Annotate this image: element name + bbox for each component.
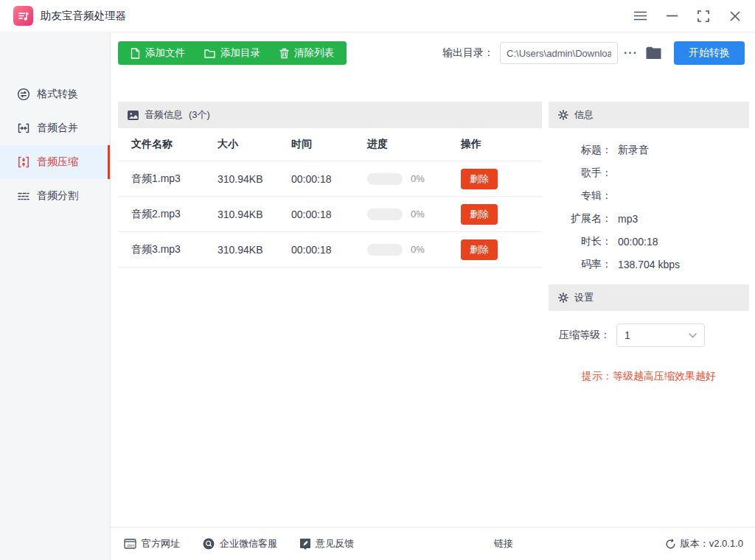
info-field-duration: 时长： 00:00:18 xyxy=(549,230,749,253)
compress-tip-text: 提示：等级越高压缩效果越好 xyxy=(549,370,749,383)
app-window: 助友宝音频处理器 格式转换 xyxy=(0,0,755,560)
browse-more-button[interactable]: ··· xyxy=(624,46,638,60)
maximize-icon[interactable] xyxy=(697,10,710,23)
footer: .com 官方网址 企业微信客服 意见反馈 链接 xyxy=(111,527,755,560)
compress-level-row: 压缩等级： 1 xyxy=(549,323,749,347)
col-header-progress: 进度 xyxy=(367,138,461,151)
table-row: 音频1.mp3 310.94KB 00:00:18 0% 删除 xyxy=(118,161,542,197)
progress-percent: 0% xyxy=(411,244,425,255)
compress-level-value: 1 xyxy=(624,329,630,341)
table-row: 音频3.mp3 310.94KB 00:00:18 0% 删除 xyxy=(118,232,542,267)
sidebar-item-label: 格式转换 xyxy=(37,88,78,101)
info-field-artist: 歌手： xyxy=(549,161,749,184)
settings-section-title: 设置 xyxy=(574,291,594,304)
sidebar-item-audio-compress[interactable]: 音频压缩 xyxy=(0,145,110,179)
link-text[interactable]: 链接 xyxy=(494,537,513,550)
sidebar-item-audio-merge[interactable]: 音频合并 xyxy=(0,111,110,145)
wechat-support-link[interactable]: 企业微信客服 xyxy=(203,537,277,550)
sidebar-item-label: 音频压缩 xyxy=(37,155,78,169)
col-header-time: 时间 xyxy=(291,138,367,151)
svg-text:.com: .com xyxy=(126,543,134,547)
cell-file-size: 310.94KB xyxy=(218,173,291,185)
chevron-down-icon xyxy=(689,333,697,338)
output-directory-group: 输出目录： ··· 开始转换 xyxy=(442,41,745,65)
music-note-icon xyxy=(17,10,29,22)
open-folder-icon[interactable] xyxy=(645,46,662,60)
sidebar: 格式转换 音频合并 音频压缩 xyxy=(0,32,111,560)
gear-icon xyxy=(558,293,568,303)
cell-progress: 0% xyxy=(367,209,461,220)
info-field-bitrate: 码率： 138.704 kbps xyxy=(549,253,749,276)
feedback-icon xyxy=(300,539,310,550)
window-controls xyxy=(633,10,742,23)
output-directory-label: 输出目录： xyxy=(442,46,494,60)
info-section-header: 信息 xyxy=(549,102,749,128)
progress-bar xyxy=(367,173,403,185)
feedback-link[interactable]: 意见反馈 xyxy=(300,537,354,550)
progress-bar xyxy=(367,244,403,256)
toolbar: 添加文件 添加目录 清除列表 xyxy=(111,32,755,83)
audio-list-count: (3个) xyxy=(189,108,210,122)
hamburger-menu-icon[interactable] xyxy=(633,10,647,23)
cell-file-time: 00:00:18 xyxy=(291,209,367,220)
audio-merge-icon xyxy=(17,122,30,135)
settings-section-header: 设置 xyxy=(549,284,749,311)
col-header-name: 文件名称 xyxy=(131,138,218,151)
file-icon xyxy=(131,48,140,59)
start-convert-button[interactable]: 开始转换 xyxy=(674,41,745,65)
table-header-row: 文件名称 大小 时间 进度 操作 xyxy=(118,128,542,161)
delete-button[interactable]: 删除 xyxy=(461,204,498,225)
cell-progress: 0% xyxy=(367,244,461,256)
delete-button[interactable]: 删除 xyxy=(461,169,498,189)
main-area: 添加文件 添加目录 清除列表 xyxy=(111,32,755,560)
app-title: 助友宝音频处理器 xyxy=(41,9,126,23)
table-row: 音频2.mp3 310.94KB 00:00:18 0% 删除 xyxy=(118,197,542,232)
trash-icon xyxy=(279,48,289,59)
clear-list-button[interactable]: 清除列表 xyxy=(270,41,344,65)
delete-button[interactable]: 删除 xyxy=(461,239,498,260)
sidebar-item-label: 音频分割 xyxy=(37,189,78,203)
image-icon xyxy=(128,111,139,120)
gear-icon xyxy=(558,110,568,120)
refresh-icon[interactable] xyxy=(665,539,676,550)
compress-level-select[interactable]: 1 xyxy=(616,323,705,347)
audio-list-panel: 音频信息 (3个) 文件名称 大小 时间 进度 操作 音频1.mp3 310.9… xyxy=(118,102,542,516)
compress-level-label: 压缩等级： xyxy=(559,329,610,342)
info-field-title: 标题： 新录音 xyxy=(549,139,749,161)
sidebar-item-format-convert[interactable]: 格式转换 xyxy=(0,77,110,111)
cell-progress: 0% xyxy=(367,173,461,185)
folder-icon xyxy=(204,49,215,58)
cell-file-name: 音频2.mp3 xyxy=(131,208,218,221)
audio-compress-icon xyxy=(17,155,30,169)
progress-bar xyxy=(367,209,403,220)
website-icon: .com xyxy=(124,539,136,549)
version-text: 版本：v2.0.1.0 xyxy=(681,537,743,550)
cell-file-name: 音频1.mp3 xyxy=(131,172,218,186)
progress-percent: 0% xyxy=(411,173,425,184)
app-logo-icon xyxy=(13,6,33,26)
detail-panel: 信息 标题： 新录音 歌手： 专辑： xyxy=(549,102,749,516)
close-icon[interactable] xyxy=(728,10,742,23)
cell-file-time: 00:00:18 xyxy=(291,173,367,185)
wechat-chat-icon xyxy=(203,538,215,550)
add-file-button[interactable]: 添加文件 xyxy=(121,41,195,65)
progress-percent: 0% xyxy=(411,209,425,220)
version-info: 版本：v2.0.1.0 xyxy=(665,537,743,550)
minimize-icon[interactable] xyxy=(665,10,678,23)
info-fields: 标题： 新录音 歌手： 专辑： 扩展名： m xyxy=(549,128,749,284)
sidebar-item-audio-split[interactable]: 音频分割 xyxy=(0,179,110,213)
audio-split-icon xyxy=(17,189,30,203)
info-section-title: 信息 xyxy=(574,108,594,122)
file-actions-group: 添加文件 添加目录 清除列表 xyxy=(118,41,347,65)
output-directory-input[interactable] xyxy=(500,42,618,64)
info-field-album: 专辑： xyxy=(549,184,749,207)
cell-file-time: 00:00:18 xyxy=(291,244,367,256)
format-convert-icon xyxy=(17,88,30,101)
cell-file-size: 310.94KB xyxy=(218,209,291,220)
info-field-extension: 扩展名： mp3 xyxy=(549,207,749,230)
official-website-link[interactable]: .com 官方网址 xyxy=(124,537,180,550)
titlebar: 助友宝音频处理器 xyxy=(0,0,755,32)
add-directory-button[interactable]: 添加目录 xyxy=(195,41,270,65)
settings-body: 压缩等级： 1 提示：等级越高压缩效果越好 xyxy=(549,311,749,383)
cell-file-size: 310.94KB xyxy=(218,244,291,256)
